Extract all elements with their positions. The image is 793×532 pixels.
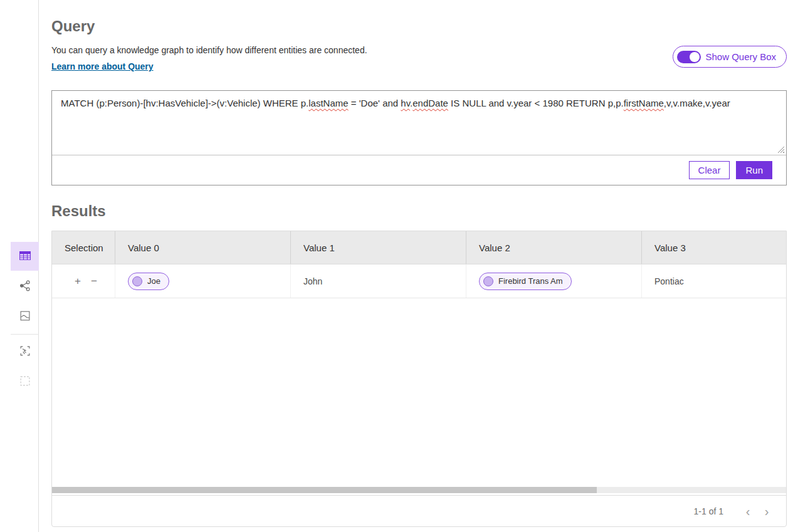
results-table-card: Selection Value 0 Value 1 Value 2 Value … [51, 231, 787, 527]
entity-chip-person[interactable]: Joe [128, 273, 169, 290]
entity-dot-icon [483, 276, 493, 286]
query-text-segment: MATCH (p:Person)-[hv:HasVehicle]->(v:Veh… [61, 98, 308, 108]
add-to-map-icon [18, 344, 32, 360]
add-to-selection-button[interactable]: + [75, 276, 81, 286]
query-text-segment: = 'Doe' and [349, 98, 401, 108]
query-text-segment: IS NULL and v.year < 1980 RETURN p,p. [448, 98, 624, 108]
toggle-knob [690, 52, 700, 62]
resize-grip-icon[interactable] [777, 146, 784, 153]
value0-cell: Joe [115, 264, 290, 298]
query-page: Query You can query a knowledge graph to… [39, 18, 793, 527]
chevron-left-icon[interactable]: ‹ [738, 505, 757, 518]
table-footer: 1-1 of 1 ‹ › [52, 495, 786, 526]
query-text-segment: firstName [624, 98, 664, 108]
query-text-segment: ,v,v.make,v.year [664, 98, 730, 108]
page-title: Query [51, 18, 787, 35]
column-header-value3: Value 3 [641, 231, 786, 264]
sidebar-item-link-chart-view[interactable] [11, 272, 39, 301]
table-row: + − Joe John Firebird Trans Am Pontiac [52, 264, 786, 298]
toggle-label: Show Query Box [705, 51, 776, 62]
column-header-value2: Value 2 [466, 231, 641, 264]
query-box: MATCH (p:Person)-[hv:HasVehicle]->(v:Veh… [51, 90, 787, 185]
toggle-switch-icon [677, 51, 701, 63]
results-title: Results [51, 202, 787, 220]
table-empty-area [52, 298, 786, 487]
view-switcher-rail [0, 0, 39, 532]
link-chart-icon [18, 279, 32, 295]
show-query-box-toggle[interactable]: Show Query Box [673, 46, 787, 68]
dashed-square-icon [18, 374, 32, 390]
clear-button[interactable]: Clear [689, 161, 730, 179]
map-icon [18, 309, 32, 325]
entity-chip-label: Firebird Trans Am [498, 276, 563, 286]
value2-cell: Firebird Trans Am [466, 264, 641, 298]
view-switcher-buttons [11, 242, 39, 397]
table-icon [18, 248, 33, 265]
entity-dot-icon [132, 276, 142, 286]
column-header-value1: Value 1 [290, 231, 466, 264]
table-header-row: Selection Value 0 Value 1 Value 2 Value … [52, 231, 786, 264]
sidebar-item-map-view[interactable] [11, 302, 39, 331]
query-text-segment: endDate [412, 98, 448, 108]
query-intro: You can query a knowledge graph to ident… [51, 45, 787, 72]
column-header-value0: Value 0 [115, 231, 290, 264]
cell-value: John [303, 276, 322, 286]
remove-from-selection-button[interactable]: − [91, 276, 97, 286]
column-header-selection: Selection [52, 231, 115, 264]
rail-divider [11, 334, 39, 335]
query-input[interactable]: MATCH (p:Person)-[hv:HasVehicle]->(v:Veh… [52, 91, 786, 155]
entity-chip-vehicle[interactable]: Firebird Trans Am [479, 273, 572, 290]
horizontal-scrollbar-track[interactable] [52, 487, 786, 493]
entity-chip-label: Joe [147, 276, 160, 286]
query-text-segment: hv [401, 98, 410, 108]
sidebar-item-add-to-map[interactable] [11, 337, 39, 366]
horizontal-scrollbar-thumb[interactable] [52, 487, 597, 493]
learn-more-link[interactable]: Learn more about Query [51, 61, 154, 71]
run-button[interactable]: Run [736, 161, 772, 179]
chevron-right-icon[interactable]: › [757, 505, 776, 518]
sidebar-item-selection-tool[interactable] [11, 367, 39, 396]
selection-cell: + − [52, 264, 115, 298]
sidebar-item-table-view[interactable] [11, 242, 39, 271]
query-text-segment: lastName [308, 98, 348, 108]
value1-cell: John [290, 264, 466, 298]
pagination-range: 1-1 of 1 [694, 506, 723, 516]
cell-value: Pontiac [654, 276, 684, 286]
query-actions-bar: Clear Run [52, 155, 786, 185]
value3-cell: Pontiac [641, 264, 786, 298]
